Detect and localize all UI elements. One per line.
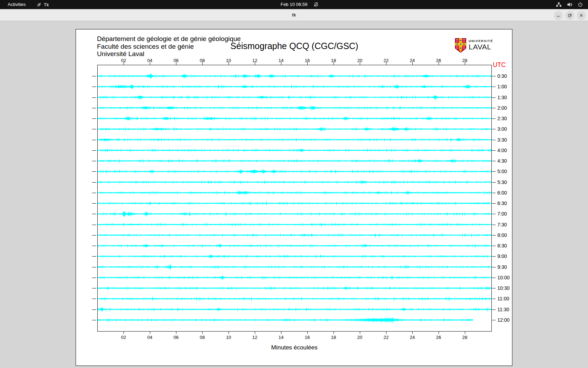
x-tick-label-bottom: 24 [410, 335, 415, 340]
row-tick-left [92, 161, 96, 161]
row-tick-right [492, 182, 496, 183]
row-time-label: 8:30 [497, 243, 507, 248]
window-title-bar: tk [0, 9, 588, 21]
row-time-label: 11:00 [497, 296, 509, 301]
row-tick-right [492, 309, 496, 310]
row-tick-left [92, 97, 96, 98]
x-tick-label-bottom: 14 [279, 335, 284, 340]
x-tick-mark-bottom [439, 331, 439, 334]
volume-icon [567, 2, 573, 7]
row-tick-right [492, 193, 496, 193]
row-time-label: 7:00 [497, 211, 507, 216]
row-tick-right [492, 320, 496, 320]
x-tick-mark-top [150, 62, 150, 65]
row-tick-right [492, 129, 496, 129]
clock-button[interactable]: Feb 10 06:59 [0, 0, 588, 9]
row-tick-right [492, 235, 496, 236]
x-tick-mark-top [202, 62, 203, 65]
row-tick-right [492, 161, 496, 161]
row-tick-left [92, 171, 96, 172]
x-tick-mark-top [439, 62, 439, 65]
x-tick-mark-top [465, 62, 465, 65]
row-tick-right [492, 203, 496, 204]
x-tick-mark-top [229, 62, 229, 65]
x-tick-mark-bottom [176, 331, 176, 334]
row-time-label: 1:00 [497, 84, 507, 89]
row-tick-left [92, 87, 96, 87]
row-tick-left [92, 214, 96, 214]
row-time-label: 5:00 [497, 169, 507, 174]
x-axis-title: Minutes écoulées [76, 344, 513, 351]
row-time-label: 2:00 [497, 105, 507, 110]
row-time-label: 9:30 [497, 265, 507, 270]
minimize-button[interactable] [554, 11, 563, 20]
x-tick-mark-bottom [229, 331, 229, 334]
x-tick-label-bottom: 22 [384, 335, 388, 340]
x-tick-label-bottom: 04 [147, 335, 152, 340]
row-tick-right [492, 97, 496, 98]
row-tick-left [92, 235, 96, 236]
page: Département de géologie et de génie géol… [76, 29, 512, 366]
row-time-label: 9:00 [497, 254, 507, 259]
x-tick-label-bottom: 10 [226, 335, 231, 340]
row-tick-left [92, 150, 96, 151]
x-tick-mark-bottom [360, 331, 360, 334]
row-time-label: 1:30 [497, 95, 507, 100]
system-status-area[interactable] [556, 0, 583, 9]
x-tick-mark-bottom [281, 331, 281, 334]
row-tick-left [92, 140, 96, 140]
row-time-label: 10:00 [497, 275, 510, 280]
x-tick-label-bottom: 02 [121, 335, 126, 340]
row-tick-right [492, 299, 496, 299]
x-tick-mark-bottom [412, 331, 413, 334]
row-tick-right [492, 267, 496, 267]
window-title: tk [0, 9, 588, 21]
row-time-label: 2:30 [497, 116, 507, 121]
x-tick-label-bottom: 06 [174, 335, 178, 340]
row-time-label: 7:30 [497, 222, 507, 227]
x-tick-mark-top [281, 62, 281, 65]
row-tick-left [92, 309, 96, 310]
row-time-label: 3:00 [497, 127, 507, 131]
row-tick-right [492, 214, 496, 214]
x-tick-mark-top [386, 62, 386, 65]
row-tick-left [92, 288, 96, 288]
row-tick-left [92, 299, 96, 299]
notifications-muted-icon [313, 2, 319, 7]
row-tick-left [92, 182, 96, 183]
maximize-button[interactable] [565, 11, 574, 20]
x-tick-mark-top [255, 62, 255, 65]
row-tick-right [492, 225, 496, 225]
x-tick-mark-top [176, 62, 176, 65]
row-tick-left [92, 193, 96, 193]
x-tick-mark-bottom [334, 331, 334, 334]
close-button[interactable] [577, 11, 586, 20]
network-icon [556, 2, 562, 7]
row-time-label: 8:00 [497, 233, 507, 238]
utc-axis-label: UTC [493, 61, 506, 69]
top-bar: Activities Tk Feb 10 06:59 [0, 0, 588, 9]
page-title: Séismographe QCQ (CGC/GSC) [76, 41, 513, 51]
x-tick-mark-top [412, 62, 413, 65]
row-tick-left [92, 246, 96, 246]
row-tick-left [92, 118, 96, 119]
row-tick-right [492, 76, 496, 76]
x-tick-mark-bottom [124, 331, 124, 334]
row-tick-right [492, 256, 496, 257]
x-tick-mark-bottom [307, 331, 308, 334]
x-tick-mark-top [307, 62, 308, 65]
row-time-label: 12:00 [497, 318, 510, 322]
x-tick-label-bottom: 28 [462, 335, 467, 340]
x-tick-mark-top [334, 62, 334, 65]
x-tick-label-bottom: 26 [436, 335, 441, 340]
x-tick-label-bottom: 08 [200, 335, 205, 340]
row-time-label: 4:30 [497, 158, 507, 163]
x-tick-label-bottom: 18 [331, 335, 336, 340]
row-tick-right [492, 171, 496, 172]
row-time-label: 3:30 [497, 137, 507, 142]
row-tick-left [92, 129, 96, 129]
laval-logo-shield-icon [455, 38, 466, 54]
power-icon [578, 2, 583, 7]
row-time-label: 11:30 [497, 307, 509, 312]
x-tick-mark-bottom [150, 331, 150, 334]
